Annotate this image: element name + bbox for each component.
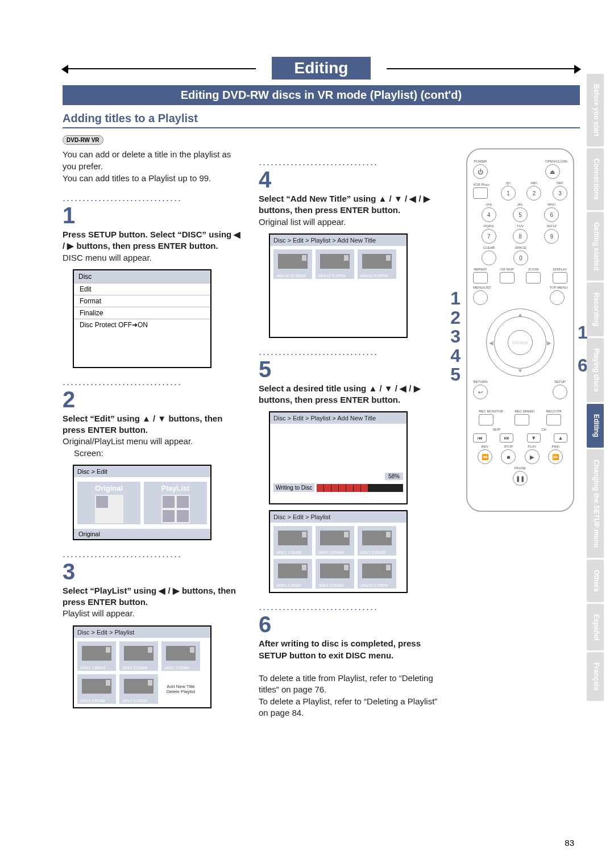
cell-label: JAN/1 5:00AM xyxy=(122,699,156,703)
btn-label: REC SPEED xyxy=(515,410,534,413)
fwd-button: ⏩ xyxy=(548,449,563,464)
tile-label: Original xyxy=(77,484,140,493)
btn-label: REPEAT xyxy=(473,268,488,271)
cmskip-button xyxy=(500,272,515,283)
callout-num: 3 xyxy=(450,327,460,347)
step-divider: .............................. xyxy=(259,604,441,610)
intro-text: You can add or delete a title in the pla… xyxy=(63,148,245,184)
btn-label: JKL xyxy=(513,203,528,206)
remote-column: 1 2 3 4 5 1 6 POWER⏻ OPEN/CLOSE⏏ VCR Plu… xyxy=(455,148,580,719)
display-button xyxy=(553,272,567,283)
step-number-6: 6 xyxy=(259,613,441,636)
btn-label: REC MONITOR xyxy=(479,410,503,413)
topmenu-button xyxy=(550,290,565,305)
tab-recording: Recording xyxy=(587,282,604,336)
breadcrumb: Disc > Edit > Playlist xyxy=(74,627,210,638)
chapter-title-bar: Editing xyxy=(63,57,580,80)
step3-plain: Playlist will appear. xyxy=(63,608,135,618)
step6-note2: To delete a Playlist, refer to “Deleting… xyxy=(259,696,437,717)
play-button: ▶ xyxy=(525,449,540,464)
setup-button xyxy=(553,385,567,399)
tab-francais: Français xyxy=(587,652,604,700)
btn-label: REC/OTR xyxy=(546,410,562,413)
num-2-button: 2 xyxy=(526,186,541,201)
btn-label: GHI xyxy=(482,203,496,206)
cell-label: JAN/12 6:00PM xyxy=(360,583,394,587)
btn-label: MNO xyxy=(544,203,559,206)
num-5-button: 5 xyxy=(513,207,528,222)
btn-label: TOP MENU xyxy=(550,286,567,289)
rev-button: ⏪ xyxy=(478,449,492,464)
num-3-button: 3 xyxy=(553,186,567,201)
btn-label: SKIP xyxy=(473,428,520,431)
num-8-button: 8 xyxy=(513,229,528,244)
addnew-screen: Disc > Edit > Playlist > Add New Title J… xyxy=(269,233,408,338)
callout-num: 1 xyxy=(450,289,460,308)
disc-menu-row: Edit xyxy=(74,283,210,295)
ch-up-button: ▲ xyxy=(554,433,567,443)
cell-label: JAN/12 5:00PM xyxy=(318,274,352,278)
btn-label: DISPLAY xyxy=(553,268,567,271)
d-pad: ▲ ▼ ◀ ▶ ENTER xyxy=(486,308,554,377)
tab-playing-discs: Playing discs xyxy=(587,338,604,402)
btn-label: REV xyxy=(478,445,492,448)
btn-label: OPEN/CLOSE xyxy=(545,160,567,163)
cell-label: JAN/1 1:00AM xyxy=(80,666,114,670)
btn-label: CLEAR xyxy=(482,246,496,249)
step2-plain: Original/PlayList menu will appear. xyxy=(63,436,193,446)
btn-label: POWER xyxy=(473,160,488,163)
original-playlist-screen: Disc > Edit Original PlayList Original xyxy=(73,465,211,540)
cell-label: JAN/1 4:00AM xyxy=(276,583,310,587)
btn-label: PAUSE xyxy=(513,466,528,470)
cell-label: JAN/1 4:00AM xyxy=(80,699,114,703)
callout-left: 1 2 3 4 5 xyxy=(450,289,460,385)
tab-espanol: Español xyxy=(587,604,604,651)
callout-num: 4 xyxy=(450,347,460,366)
playlist2-screen: Disc > Edit > Playlist JAN/1 1:00AM JAN/… xyxy=(269,510,408,593)
step-divider: .............................. xyxy=(259,349,441,354)
add-new-title-cell: Add New Title Delete Playlist xyxy=(161,674,200,704)
ch-down-button: ▼ xyxy=(527,433,541,443)
step-divider: .............................. xyxy=(259,160,441,165)
btn-label: SETUP xyxy=(553,380,567,383)
clear-button xyxy=(482,251,496,265)
pause-button: ❚❚ xyxy=(513,471,528,486)
screen-label: Screen: xyxy=(74,448,103,458)
tab-others: Others xyxy=(587,560,604,602)
cell-label: JAN/1 2:00AM xyxy=(122,666,156,670)
tab-editing: Editing xyxy=(587,404,604,448)
step-number-5: 5 xyxy=(259,358,441,381)
btn-label: .@/: xyxy=(501,181,516,185)
cell-text: Add New Title xyxy=(167,684,194,689)
step6-bold: After writing to disc is completed, pres… xyxy=(259,639,421,660)
step4-bold: Select “Add New Title” using ▲ / ▼ / ◀ /… xyxy=(259,194,430,215)
step-number-4: 4 xyxy=(259,168,441,191)
num-0-button: 0 xyxy=(513,251,528,265)
stop-button: ■ xyxy=(501,449,516,464)
cell-label: JAN/1 3:00AM xyxy=(164,666,198,670)
section-head: Adding titles to a Playlist xyxy=(63,112,580,128)
disc-menu-screen: Disc Edit Format Finalize Disc Protect O… xyxy=(73,269,211,368)
cell-label: JAN/1 0:00AM xyxy=(318,583,352,587)
recspeed-button xyxy=(515,414,529,425)
num-4-button: 4 xyxy=(482,207,496,222)
num-6-button: 6 xyxy=(544,207,559,222)
step5-bold: Select a desired title using ▲ / ▼ / ◀ /… xyxy=(259,383,421,404)
section-subheader: Editing DVD-RW discs in VR mode (Playlis… xyxy=(63,85,580,105)
screen-footer: Original xyxy=(74,529,210,539)
tab-getting-started: Getting started xyxy=(587,212,604,281)
btn-label: VCR Plus+ xyxy=(473,183,490,186)
left-column: You can add or delete a title in the pla… xyxy=(63,148,245,719)
btn-label: CH xyxy=(520,428,567,431)
zoom-button xyxy=(526,272,541,283)
tab-setup-menu: Changing the SETUP menu xyxy=(587,449,604,558)
writing-screen: Disc > Edit > Playlist > Add New Title 5… xyxy=(269,411,408,504)
step6-note1: To delete a title from Playlist, refer t… xyxy=(259,673,433,694)
cell-label: JAN/1 0:00AM xyxy=(318,550,352,554)
btn-label: ZOOM xyxy=(526,268,541,271)
btn-label: MENU/LIST xyxy=(473,286,491,289)
step4-plain: Original list will appear. xyxy=(259,217,346,227)
writing-label: Writing to Disc xyxy=(273,483,314,492)
return-button: ↩ xyxy=(473,385,488,399)
progress-pct: 58% xyxy=(385,473,403,480)
